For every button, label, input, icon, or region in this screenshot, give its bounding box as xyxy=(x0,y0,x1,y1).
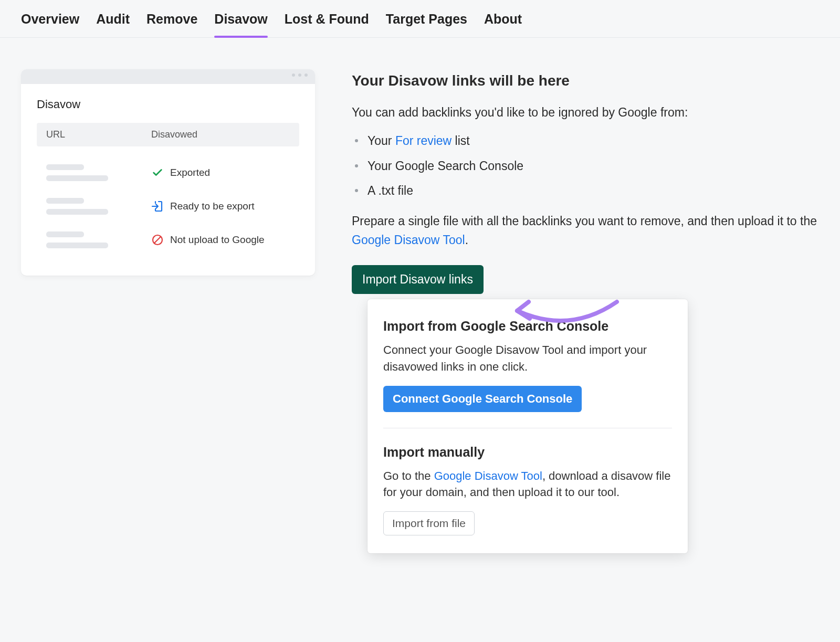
content-heading: Your Disavow links will be here xyxy=(352,69,819,92)
tab-target-pages[interactable]: Target Pages xyxy=(386,12,467,37)
file-import-icon xyxy=(151,200,164,213)
preview-row: Ready to be export xyxy=(46,190,290,223)
prepare-text: Prepare a single file with all the backl… xyxy=(352,212,819,249)
bullet-for-review: Your For review list xyxy=(352,132,819,151)
popover-manual-desc: Go to the Google Disavow Tool, download … xyxy=(383,468,672,501)
preview-row: Not upload to Google xyxy=(46,223,290,257)
disavow-preview-card: Disavow URL Disavowed Exported xyxy=(21,69,315,276)
bullet-gsc: Your Google Search Console xyxy=(352,157,819,176)
preview-row: Exported xyxy=(46,156,290,190)
main-content: Your Disavow links will be here You can … xyxy=(352,69,819,553)
preview-col-disavowed: Disavowed xyxy=(151,129,197,140)
bullet-text: Your xyxy=(368,134,395,148)
preview-window-chrome xyxy=(21,69,315,84)
popover-manual-title: Import manually xyxy=(383,442,672,462)
preview-status-label: Ready to be export xyxy=(170,201,255,212)
tab-about[interactable]: About xyxy=(484,12,522,37)
import-from-file-button[interactable]: Import from file xyxy=(383,511,475,535)
bullet-txt: A .txt file xyxy=(352,182,819,201)
popover-gsc-desc: Connect your Google Disavow Tool and imp… xyxy=(383,342,672,375)
tab-disavow[interactable]: Disavow xyxy=(214,12,267,37)
preview-table-header: URL Disavowed xyxy=(37,123,299,146)
popover-gsc-title: Import from Google Search Console xyxy=(383,316,672,336)
prepare-pre: Prepare a single file with all the backl… xyxy=(352,214,817,228)
connect-gsc-button[interactable]: Connect Google Search Console xyxy=(383,386,582,412)
preview-url-placeholder xyxy=(46,231,151,248)
google-disavow-tool-link[interactable]: Google Disavow Tool xyxy=(352,233,465,247)
popover-divider xyxy=(383,428,672,428)
bullet-text: list xyxy=(452,134,470,148)
preview-col-url: URL xyxy=(46,129,151,140)
for-review-link[interactable]: For review xyxy=(395,134,452,148)
preview-title: Disavow xyxy=(37,98,299,111)
check-icon xyxy=(151,166,164,179)
preview-status-label: Exported xyxy=(170,167,210,178)
prepare-post: . xyxy=(465,233,468,247)
tab-remove[interactable]: Remove xyxy=(146,12,197,37)
window-dots-icon xyxy=(292,73,308,77)
tab-audit[interactable]: Audit xyxy=(96,12,130,37)
preview-url-placeholder xyxy=(46,164,151,181)
google-disavow-tool-link[interactable]: Google Disavow Tool xyxy=(434,469,542,482)
ban-icon xyxy=(151,234,164,246)
svg-line-1 xyxy=(154,237,161,243)
import-disavow-links-button[interactable]: Import Disavow links xyxy=(352,265,484,294)
tab-lost-and-found[interactable]: Lost & Found xyxy=(285,12,369,37)
preview-url-placeholder xyxy=(46,198,151,215)
manual-pre: Go to the xyxy=(383,469,434,482)
content-intro: You can add backlinks you'd like to be i… xyxy=(352,103,819,122)
import-popover: Import from Google Search Console Connec… xyxy=(368,299,688,553)
tab-bar: Overview Audit Remove Disavow Lost & Fou… xyxy=(0,0,840,38)
preview-status-label: Not upload to Google xyxy=(170,234,265,246)
tab-overview[interactable]: Overview xyxy=(21,12,79,37)
